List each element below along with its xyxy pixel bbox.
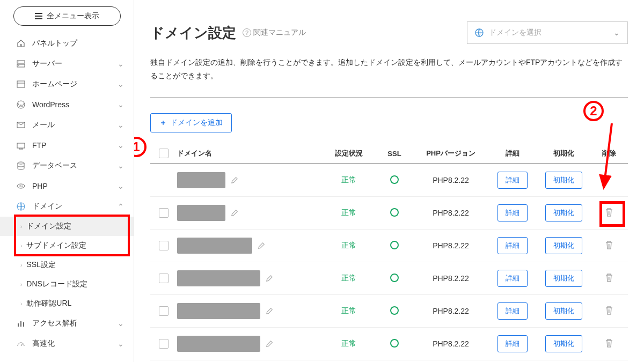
detail-button[interactable]: 詳細 [497, 335, 528, 352]
edit-icon[interactable] [231, 176, 238, 184]
chevron-down-icon: ⌄ [118, 100, 124, 109]
domain-submenu: ›ドメイン設定 ›サブドメイン設定 ›SSL設定 ›DNSレコード設定 ›動作確… [0, 217, 134, 313]
help-icon: ? [243, 28, 251, 37]
caret-icon: › [20, 301, 22, 307]
sidebar-item-label: 高速化 [32, 339, 55, 349]
home-icon [16, 39, 26, 48]
sidebar-sub-label: サブドメイン設定 [26, 241, 86, 250]
ssl-ok-icon [390, 339, 399, 348]
svg-text:php: php [19, 184, 24, 188]
wordpress-icon [16, 100, 26, 109]
svg-line-32 [604, 123, 612, 188]
header-init: 初期化 [537, 149, 590, 158]
annotation-number-2: 2 [583, 101, 604, 121]
sidebar-item-server[interactable]: サーバー ⌄ [0, 54, 134, 74]
mail-icon [16, 121, 26, 129]
chevron-down-icon: ⌄ [118, 121, 124, 129]
chevron-up-icon: ⌃ [118, 202, 124, 211]
initialize-button[interactable]: 初期化 [545, 172, 582, 189]
table-row: 正常PHP8.2.22詳細初期化 [150, 262, 628, 295]
sidebar-item-analytics[interactable]: アクセス解析 ⌄ [0, 313, 134, 334]
delete-icon[interactable] [605, 240, 613, 250]
sidebar-sub-dns[interactable]: ›DNSレコード設定 [0, 275, 134, 294]
edit-icon[interactable] [258, 242, 265, 249]
row-checkbox[interactable] [159, 241, 169, 250]
status-cell: 正常 [322, 339, 376, 349]
caret-icon: › [20, 282, 22, 287]
row-checkbox[interactable] [159, 274, 169, 283]
page-title: ドメイン設定 [150, 24, 236, 42]
delete-icon[interactable] [605, 306, 613, 315]
sidebar-item-label: ホームページ [32, 79, 77, 89]
chart-icon [16, 319, 26, 328]
edit-icon[interactable] [266, 340, 273, 348]
row-checkbox[interactable] [159, 208, 169, 218]
globe-icon [475, 28, 484, 37]
manual-link-label: 関連マニュアル [253, 28, 306, 38]
initialize-button[interactable]: 初期化 [545, 302, 582, 320]
row-checkbox[interactable] [159, 339, 169, 349]
sidebar-item-wordpress[interactable]: WordPress ⌄ [0, 94, 134, 115]
speed-icon [16, 339, 26, 348]
sidebar-item-label: PHP [32, 182, 48, 190]
related-manual-link[interactable]: ? 関連マニュアル [243, 28, 306, 38]
sidebar-item-mail[interactable]: メール ⌄ [0, 115, 134, 135]
server-icon [16, 60, 26, 68]
domain-select-dropdown[interactable]: ドメインを選択 ⌄ [467, 21, 628, 44]
sidebar-sub-ssl[interactable]: ›SSL設定 [0, 255, 134, 275]
sidebar-sub-label: 動作確認URL [26, 299, 71, 308]
sidebar-item-homepage[interactable]: ホームページ ⌄ [0, 74, 134, 94]
chevron-down-icon: ⌄ [613, 28, 620, 37]
domain-name-redacted [177, 303, 260, 319]
detail-button[interactable]: 詳細 [497, 302, 528, 320]
edit-icon[interactable] [231, 209, 238, 217]
detail-button[interactable]: 詳細 [497, 237, 528, 254]
select-all-checkbox[interactable] [159, 149, 169, 158]
svg-rect-0 [17, 61, 25, 63]
sidebar-sub-subdomain[interactable]: ›サブドメイン設定 [0, 236, 134, 255]
delete-icon[interactable] [605, 338, 613, 348]
sidebar-item-database[interactable]: データベース ⌄ [0, 156, 134, 176]
status-cell: 正常 [322, 175, 376, 185]
delete-icon[interactable] [605, 273, 613, 283]
sidebar-sub-domain-settings[interactable]: ›ドメイン設定 [0, 217, 134, 236]
row-checkbox[interactable] [159, 306, 169, 316]
ssl-ok-icon [390, 274, 399, 282]
ssl-ok-icon [390, 306, 399, 315]
all-menu-button[interactable]: 全メニュー表示 [13, 6, 121, 26]
detail-button[interactable]: 詳細 [497, 204, 528, 221]
edit-icon[interactable] [266, 307, 273, 315]
globe-icon [16, 202, 26, 211]
php-version-cell: PHP8.2.22 [413, 241, 488, 250]
initialize-button[interactable]: 初期化 [545, 335, 582, 352]
sidebar-item-php[interactable]: php PHP ⌄ [0, 176, 134, 196]
main-content: ドメイン設定 ? 関連マニュアル ドメインを選択 ⌄ 独自ドメイン設定の追加、削… [134, 0, 644, 362]
chevron-down-icon: ⌄ [118, 80, 124, 88]
table-row: 正常PHP8.2.22詳細初期化 [150, 197, 628, 230]
sidebar-item-speed[interactable]: 高速化 ⌄ [0, 334, 134, 354]
chevron-down-icon: ⌄ [118, 339, 124, 348]
page-description: 独自ドメイン設定の追加、削除を行うことができます。追加したドメイン設定を利用して… [150, 56, 628, 83]
chevron-down-icon: ⌄ [118, 141, 124, 150]
initialize-button[interactable]: 初期化 [545, 270, 582, 287]
sidebar-item-ftp[interactable]: FTP ⌄ [0, 135, 134, 156]
svg-point-2 [18, 62, 19, 63]
sidebar-sub-label: SSL設定 [26, 260, 55, 270]
php-version-cell: PHP8.2.22 [413, 307, 488, 315]
add-domain-button[interactable]: ＋ ドメインを追加 [150, 113, 232, 132]
detail-button[interactable]: 詳細 [497, 172, 528, 189]
initialize-button[interactable]: 初期化 [545, 204, 582, 221]
delete-icon[interactable] [605, 208, 613, 217]
sidebar-sub-check-url[interactable]: ›動作確認URL [0, 294, 134, 313]
initialize-button[interactable]: 初期化 [545, 237, 582, 254]
chevron-down-icon: ⌄ [118, 60, 124, 68]
svg-rect-4 [17, 81, 25, 87]
domain-table: ドメイン名 設定状況 SSL PHPバージョン 詳細 初期化 削除 正常PHP8… [150, 143, 628, 360]
sidebar-item-domain[interactable]: ドメイン ⌃ [0, 196, 134, 217]
svg-rect-1 [17, 64, 25, 67]
caret-icon: › [20, 224, 22, 230]
sidebar-item-panel-top[interactable]: パネルトップ [0, 33, 134, 54]
status-cell: 正常 [322, 274, 376, 283]
detail-button[interactable]: 詳細 [497, 270, 528, 287]
edit-icon[interactable] [266, 275, 273, 282]
